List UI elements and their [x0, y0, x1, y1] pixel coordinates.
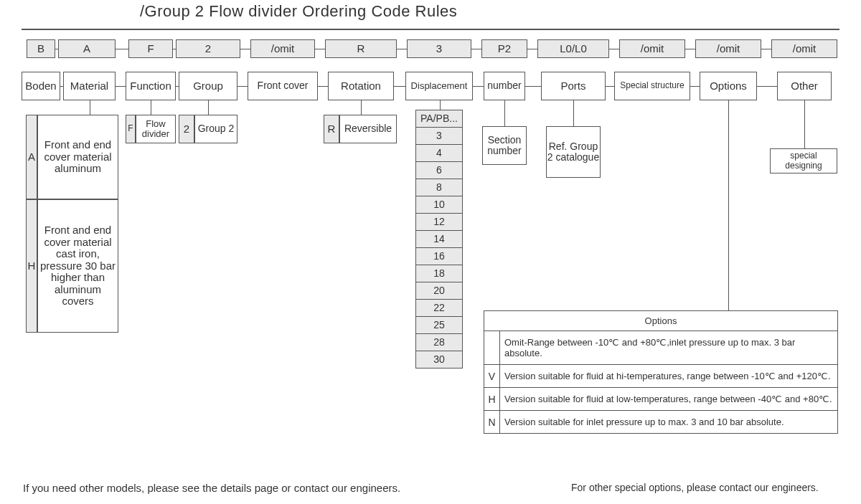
- options-row: VVersion suitable for fluid at hi-temper…: [484, 364, 837, 387]
- code-f: F: [128, 39, 173, 58]
- function-code: F: [126, 115, 136, 143]
- label-other: Other: [777, 72, 832, 100]
- displacement-value: 6: [415, 161, 463, 179]
- options-header: Options: [484, 311, 837, 331]
- code-3: 3: [407, 39, 471, 58]
- rotation-desc: Reversible: [339, 115, 397, 143]
- material-a-desc: Front and end cover material aluminum: [37, 115, 118, 199]
- number-desc: Section number: [482, 126, 527, 165]
- displacement-value: 16: [415, 247, 463, 265]
- material-h-code: H: [26, 199, 37, 333]
- label-rotation: Rotation: [328, 72, 394, 100]
- label-options: Options: [700, 72, 757, 100]
- options-row: Omit-Range between -10℃ and +80℃,inlet p…: [484, 331, 837, 364]
- label-boden: Boden: [22, 72, 60, 100]
- code-r: R: [325, 39, 397, 58]
- page-title: /Group 2 Flow divider Ordering Code Rule…: [140, 2, 457, 21]
- label-number: number: [484, 72, 525, 100]
- code-omit4: /omit: [771, 39, 837, 58]
- displacement-value: 30: [415, 351, 463, 369]
- code-omit3: /omit: [695, 39, 761, 58]
- label-function: Function: [126, 72, 176, 100]
- displacement-list: PA/PB...346810121416182022252830: [415, 110, 463, 369]
- material-h-desc: Front and end cover material cast iron, …: [37, 199, 118, 333]
- other-desc: special designing: [770, 148, 837, 173]
- options-row-code: V: [484, 365, 500, 387]
- label-material: Material: [63, 72, 116, 100]
- options-row-code: [484, 331, 500, 364]
- displacement-value: 14: [415, 230, 463, 248]
- ports-desc: Ref. Group 2 catalogue: [546, 126, 601, 178]
- options-row: HVersion suitable for fluid at low-tempe…: [484, 387, 837, 410]
- options-row-desc: Version suitable for inlet pressure up t…: [500, 411, 837, 433]
- displacement-value: 10: [415, 196, 463, 214]
- label-displacement: Displacement: [405, 72, 473, 100]
- code-2: 2: [176, 39, 240, 58]
- label-special: Special structure: [614, 72, 690, 100]
- title-divider: [22, 29, 839, 30]
- code-omit1: /omit: [250, 39, 315, 58]
- options-footer: For other special options, please contac…: [571, 482, 819, 493]
- group-code: 2: [179, 115, 194, 143]
- options-table: Options Omit-Range between -10℃ and +80℃…: [484, 310, 838, 434]
- options-row: NVersion suitable for inlet pressure up …: [484, 410, 837, 433]
- code-a: A: [58, 39, 116, 58]
- label-group: Group: [179, 72, 237, 100]
- label-frontcover: Front cover: [248, 72, 318, 100]
- displacement-value: 25: [415, 316, 463, 334]
- code-b: B: [27, 39, 55, 58]
- options-row-code: N: [484, 411, 500, 433]
- footer-note: If you need other models, please see the…: [23, 482, 400, 494]
- material-a-code: A: [26, 115, 37, 199]
- rotation-code: R: [324, 115, 339, 143]
- options-row-desc: Version suitable for fluid at low-temper…: [500, 388, 837, 410]
- options-row-desc: Version suitable for fluid at hi-tempera…: [500, 365, 837, 387]
- function-desc: Flow divider: [136, 115, 176, 143]
- displacement-value: 22: [415, 299, 463, 317]
- displacement-value: 18: [415, 265, 463, 282]
- options-row-desc: Omit-Range between -10℃ and +80℃,inlet p…: [500, 331, 837, 364]
- options-row-code: H: [484, 388, 500, 410]
- label-ports: Ports: [541, 72, 606, 100]
- displacement-value: 3: [415, 127, 463, 145]
- displacement-value: 4: [415, 144, 463, 162]
- code-p2: P2: [481, 39, 527, 58]
- displacement-value: 20: [415, 282, 463, 300]
- displacement-value: 12: [415, 213, 463, 231]
- group-desc: Group 2: [194, 115, 237, 143]
- displacement-value: 28: [415, 333, 463, 351]
- displacement-value: PA/PB...: [415, 110, 463, 128]
- code-omit2: /omit: [619, 39, 685, 58]
- code-l0: L0/L0: [537, 39, 609, 58]
- displacement-value: 8: [415, 179, 463, 196]
